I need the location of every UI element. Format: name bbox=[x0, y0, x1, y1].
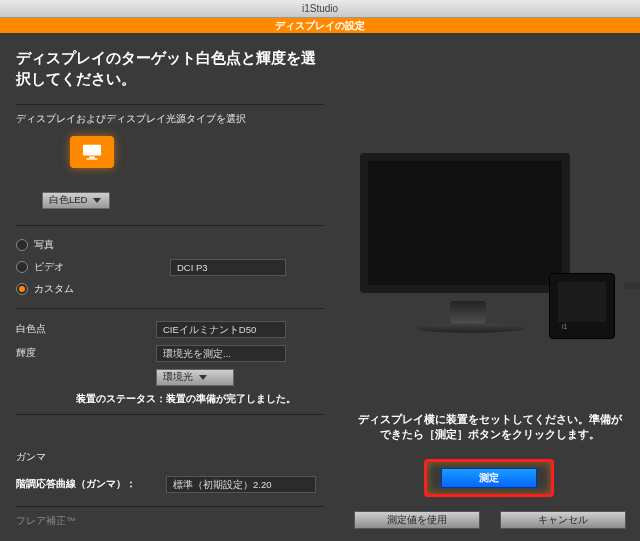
device-status: 装置のステータス：装置の準備が完了しました。 bbox=[76, 393, 324, 406]
right-panel: i1 ディスプレイ横に装置をセットしてください。準備ができたら［測定］ボタンをク… bbox=[340, 33, 640, 541]
cancel-button[interactable]: キャンセル bbox=[500, 511, 626, 529]
header-bar: ディスプレイの設定 bbox=[0, 18, 640, 33]
divider bbox=[16, 225, 324, 226]
svg-rect-1 bbox=[89, 157, 94, 159]
backlight-select-value: 白色LED bbox=[49, 194, 87, 207]
radio-custom-label: カスタム bbox=[34, 282, 74, 296]
measure-button-label: 測定 bbox=[479, 471, 499, 485]
video-preset-field[interactable]: DCI P3 bbox=[170, 259, 286, 276]
luminance-select[interactable]: 環境光 bbox=[156, 369, 234, 386]
tonecurve-field[interactable]: 標準（初期設定）2.20 bbox=[166, 476, 316, 493]
radio-video[interactable] bbox=[16, 261, 28, 273]
radio-video-label: ビデオ bbox=[34, 260, 164, 274]
svg-rect-2 bbox=[87, 158, 98, 159]
device-cable bbox=[624, 283, 640, 289]
display-type-chip[interactable] bbox=[70, 136, 114, 168]
divider bbox=[16, 506, 324, 507]
window-titlebar: i1Studio bbox=[0, 0, 640, 18]
chevron-down-icon bbox=[199, 375, 207, 380]
radio-photo[interactable] bbox=[16, 239, 28, 251]
monitor-icon bbox=[81, 143, 103, 161]
divider bbox=[16, 104, 324, 105]
radio-custom[interactable] bbox=[16, 283, 28, 295]
flare-section-label: フレア補正™ bbox=[16, 515, 324, 528]
use-measured-button-label: 測定値を使用 bbox=[387, 513, 447, 527]
measure-button[interactable]: 測定 bbox=[441, 468, 537, 488]
page-heading: ディスプレイのターゲット白色点と輝度を選択してください。 bbox=[16, 48, 324, 90]
monitor-illustration bbox=[360, 153, 570, 293]
left-panel: ディスプレイのターゲット白色点と輝度を選択してください。 ディスプレイおよびディ… bbox=[0, 33, 340, 541]
radio-photo-label: 写真 bbox=[34, 238, 54, 252]
instruction-text: ディスプレイ横に装置をセットしてください。準備ができたら［測定］ボタンをクリック… bbox=[354, 412, 626, 444]
measure-highlight: 測定 bbox=[424, 459, 554, 497]
whitepoint-label: 白色点 bbox=[16, 322, 156, 336]
header-title: ディスプレイの設定 bbox=[275, 20, 365, 31]
gamma-section-label: ガンマ bbox=[16, 451, 324, 464]
luminance-field[interactable]: 環境光を測定... bbox=[156, 345, 286, 362]
divider bbox=[16, 414, 324, 415]
tonecurve-label: 階調応答曲線（ガンマ）： bbox=[16, 477, 166, 491]
luminance-select-value: 環境光 bbox=[163, 371, 193, 384]
illustration: i1 bbox=[360, 123, 630, 353]
svg-rect-0 bbox=[83, 145, 101, 156]
colorimeter-device: i1 bbox=[549, 273, 615, 339]
display-type-section-label: ディスプレイおよびディスプレイ光源タイプを選択 bbox=[16, 113, 324, 126]
whitepoint-field[interactable]: CIEイルミナントD50 bbox=[156, 321, 286, 338]
backlight-select[interactable]: 白色LED bbox=[42, 192, 110, 209]
chevron-down-icon bbox=[93, 198, 101, 203]
use-measured-button[interactable]: 測定値を使用 bbox=[354, 511, 480, 529]
divider bbox=[16, 308, 324, 309]
cancel-button-label: キャンセル bbox=[538, 513, 588, 527]
luminance-label: 輝度 bbox=[16, 346, 156, 360]
monitor-foot bbox=[415, 323, 525, 333]
window-title: i1Studio bbox=[302, 3, 338, 14]
